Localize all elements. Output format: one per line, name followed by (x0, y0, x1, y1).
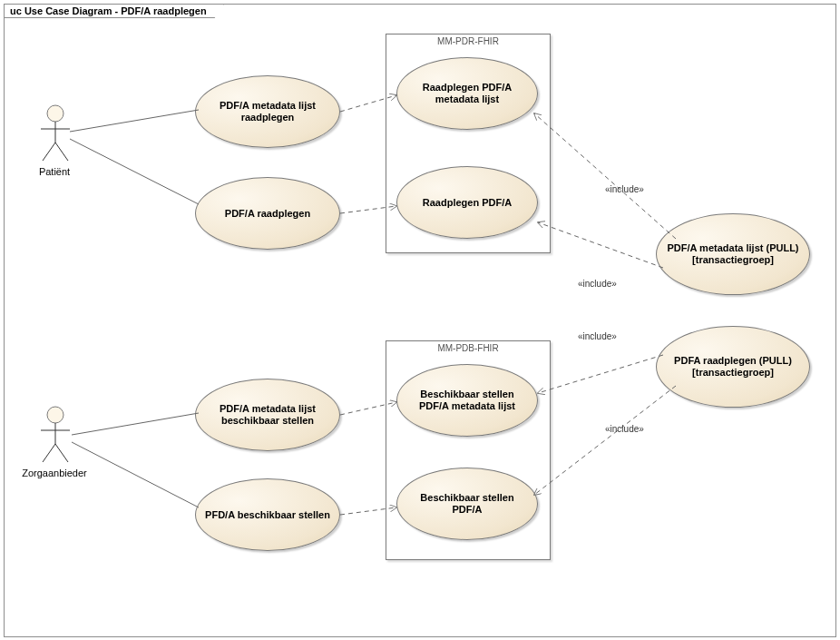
usecase-uc7-label: Beschikbaar stellen PDF/A metadata lijst (406, 389, 528, 411)
svg-line-10 (70, 110, 199, 132)
usecase-uc5-label: PDF/A metadata lijst beschikbaar stellen (205, 403, 330, 426)
svg-line-21 (534, 386, 676, 495)
usecase-uc2: PDF/A raadplegen (195, 177, 340, 250)
svg-line-8 (43, 444, 55, 462)
actor-zorgaanbieder-label: Zorgaanbieder (19, 468, 90, 478)
usecase-uc10: PDFA raadplegen (PULL) [transactiegroep] (656, 326, 810, 408)
diagram-frame: uc Use Case Diagram - PDF/A raadplegen P… (4, 4, 836, 637)
svg-point-5 (47, 407, 63, 423)
svg-line-11 (70, 139, 199, 204)
usecase-uc8-label: Beschikbaar stellen PDF/A (406, 492, 528, 515)
usecase-uc1: PDF/A metadata lijst raadplegen (195, 75, 340, 148)
svg-line-13 (72, 442, 199, 507)
include-label-1: «include» (605, 184, 644, 194)
usecase-uc3-label: Raadplegen PDF/A metadata lijst (406, 82, 528, 104)
usecase-uc10-label: PDFA raadplegen (PULL) [transactiegroep] (666, 355, 800, 378)
boundary-pdb-title: MM-PDB-FHIR (386, 343, 550, 353)
include-label-4: «include» (605, 424, 644, 434)
diagram-canvas: uc Use Case Diagram - PDF/A raadplegen P… (0, 0, 840, 640)
boundary-pdr-title: MM-PDR-FHIR (386, 36, 550, 46)
svg-line-19 (538, 222, 663, 268)
usecase-uc6-label: PFD/A beschikbaar stellen (205, 509, 330, 521)
actor-patient-label: Patiënt (23, 166, 86, 177)
usecase-uc3: Raadplegen PDF/A metadata lijst (396, 57, 538, 130)
usecase-uc9-label: PDF/A metadata lijst (PULL) [transactieg… (666, 242, 800, 265)
frame-title: uc Use Case Diagram - PDF/A raadplegen (5, 5, 224, 18)
actor-patient-icon (39, 104, 72, 164)
svg-line-9 (55, 444, 68, 462)
usecase-uc4: Raadplegen PDF/A (396, 166, 538, 239)
svg-line-12 (72, 413, 199, 435)
actor-zorgaanbieder-icon (39, 406, 72, 466)
svg-line-4 (55, 143, 68, 161)
usecase-uc7: Beschikbaar stellen PDF/A metadata lijst (396, 364, 538, 437)
svg-line-18 (534, 113, 676, 239)
usecase-uc8: Beschikbaar stellen PDF/A (396, 468, 538, 540)
usecase-uc4-label: Raadplegen PDF/A (423, 197, 512, 209)
usecase-uc6: PFD/A beschikbaar stellen (195, 478, 340, 551)
include-label-2: «include» (578, 279, 617, 289)
usecase-uc9: PDF/A metadata lijst (PULL) [transactieg… (656, 213, 810, 295)
svg-line-20 (538, 355, 663, 393)
svg-point-0 (47, 105, 63, 122)
usecase-uc2-label: PDF/A raadplegen (225, 208, 310, 220)
usecase-uc1-label: PDF/A metadata lijst raadplegen (205, 100, 330, 123)
include-label-3: «include» (578, 331, 617, 341)
svg-line-3 (43, 143, 55, 161)
usecase-uc5: PDF/A metadata lijst beschikbaar stellen (195, 379, 340, 451)
